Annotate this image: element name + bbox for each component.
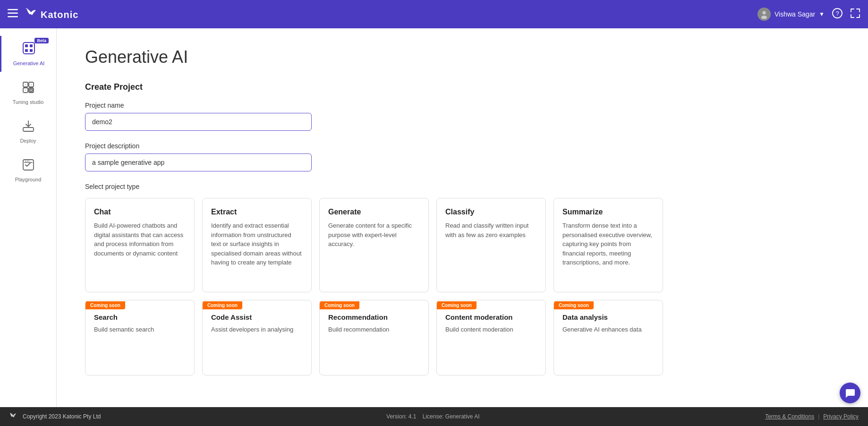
svg-rect-1 xyxy=(8,12,18,14)
svg-rect-12 xyxy=(25,49,28,52)
coming-soon-badge-data: Coming soon xyxy=(554,301,594,309)
help-icon[interactable]: ? xyxy=(832,8,842,21)
page-title: Generative AI xyxy=(85,47,840,67)
project-type-extract[interactable]: Extract Identify and extract essential i… xyxy=(202,198,312,292)
project-name-label: Project name xyxy=(85,102,840,109)
navbar-right: Vishwa Sagar ▼ ? xyxy=(757,8,860,21)
svg-rect-0 xyxy=(8,9,18,10)
svg-rect-2 xyxy=(8,16,18,17)
svg-rect-10 xyxy=(25,44,28,47)
card-chat-desc: Build AI-powered chatbots and digital as… xyxy=(94,221,186,258)
footer-copyright: Copyright 2023 Katonic Pty Ltd xyxy=(23,413,101,420)
footer-right: Terms & Conditions | Privacy Policy xyxy=(765,413,859,420)
playground-icon xyxy=(22,159,34,174)
tuning-studio-icon xyxy=(22,81,34,96)
project-type-classify[interactable]: Classify Read and classify written input… xyxy=(436,198,546,292)
sidebar-label-deploy: Deploy xyxy=(20,138,36,144)
navbar: Katonic Vishwa Sagar ▼ ? xyxy=(0,0,868,28)
card-search-title: Search xyxy=(94,313,186,321)
sidebar-item-generative-ai[interactable]: Beta Generative AI xyxy=(0,36,56,72)
card-code-assist-title: Code Assist xyxy=(211,313,303,321)
hamburger-icon[interactable] xyxy=(8,9,18,20)
privacy-policy-link[interactable]: Privacy Policy xyxy=(823,413,859,420)
card-data-analysis-title: Data analysis xyxy=(562,313,654,321)
project-type-recommendation[interactable]: Coming soon Recommendation Build recomme… xyxy=(319,300,429,375)
project-type-code-assist[interactable]: Coming soon Code Assist Assist developer… xyxy=(202,300,312,375)
project-type-search[interactable]: Coming soon Search Build semantic search xyxy=(85,300,195,375)
user-name: Vishwa Sagar xyxy=(774,10,815,18)
card-data-analysis-desc: Generative AI enhances data xyxy=(562,325,654,334)
create-project-title: Create Project xyxy=(85,82,840,92)
svg-point-23 xyxy=(28,161,29,162)
project-type-chat[interactable]: Chat Build AI-powered chatbots and digit… xyxy=(85,198,195,292)
sidebar-label-generative-ai: Generative AI xyxy=(13,60,45,66)
card-extract-desc: Identify and extract essential informati… xyxy=(211,221,303,267)
card-extract-title: Extract xyxy=(211,208,303,216)
sidebar-item-playground[interactable]: Playground xyxy=(0,153,56,188)
card-classify-desc: Read and classify written input with as … xyxy=(445,221,537,239)
footer-license: License: Generative AI xyxy=(423,413,480,420)
project-type-summarize[interactable]: Summarize Transform dense text into a pe… xyxy=(553,198,663,292)
logo-svg: Katonic xyxy=(26,6,87,23)
svg-rect-19 xyxy=(23,128,34,131)
svg-rect-9 xyxy=(23,43,34,54)
footer-separator: | xyxy=(818,413,819,420)
project-description-label: Project description xyxy=(85,142,840,150)
project-description-group: Project description xyxy=(85,142,840,171)
beta-badge: Beta xyxy=(34,38,49,43)
project-type-cards: Chat Build AI-powered chatbots and digit… xyxy=(85,198,840,292)
project-name-group: Project name xyxy=(85,102,840,131)
card-classify-title: Classify xyxy=(445,208,537,216)
fullscreen-icon[interactable] xyxy=(850,8,860,21)
card-chat-title: Chat xyxy=(94,208,186,216)
select-project-type-section: Select project type Chat Build AI-powere… xyxy=(85,183,840,375)
footer-center: Version: 4.1 License: Generative AI xyxy=(386,413,479,420)
project-type-generate[interactable]: Generate Generate content for a specific… xyxy=(319,198,429,292)
footer-version: Version: 4.1 xyxy=(386,413,416,420)
footer-logo-icon xyxy=(9,412,19,421)
card-summarize-desc: Transform dense text into a personalised… xyxy=(562,221,654,267)
svg-point-18 xyxy=(30,89,32,91)
select-type-label: Select project type xyxy=(85,183,840,190)
card-content-moderation-title: Content moderation xyxy=(445,313,537,321)
footer: Copyright 2023 Katonic Pty Ltd Version: … xyxy=(0,407,868,426)
sidebar-item-tuning-studio[interactable]: Tuning studio xyxy=(0,76,56,111)
logo: Katonic xyxy=(26,6,87,23)
coming-soon-cards: Coming soon Search Build semantic search… xyxy=(85,300,840,375)
svg-point-21 xyxy=(25,161,26,162)
terms-conditions-link[interactable]: Terms & Conditions xyxy=(765,413,814,420)
footer-left: Copyright 2023 Katonic Pty Ltd xyxy=(9,412,101,421)
svg-point-22 xyxy=(26,161,27,162)
svg-text:Katonic: Katonic xyxy=(41,9,78,20)
card-recommendation-desc: Build recommendation xyxy=(328,325,420,334)
card-generate-desc: Generate content for a specific purpose … xyxy=(328,221,420,249)
svg-rect-11 xyxy=(30,44,33,47)
card-content-moderation-desc: Build content moderation xyxy=(445,325,537,334)
main-layout: Beta Generative AI xyxy=(0,28,868,426)
project-name-input[interactable] xyxy=(85,113,312,131)
sidebar-item-deploy[interactable]: Deploy xyxy=(0,114,56,149)
user-menu-button[interactable]: Vishwa Sagar ▼ xyxy=(757,8,825,21)
card-code-assist-desc: Assist developers in analysing xyxy=(211,325,303,334)
svg-text:?: ? xyxy=(836,10,839,17)
svg-point-5 xyxy=(762,11,766,15)
sidebar-label-playground: Playground xyxy=(15,177,42,182)
project-description-input[interactable] xyxy=(85,153,312,171)
sidebar: Beta Generative AI xyxy=(0,28,57,426)
project-type-data-analysis[interactable]: Coming soon Data analysis Generative AI … xyxy=(553,300,663,375)
sidebar-label-tuning-studio: Tuning studio xyxy=(13,99,44,105)
card-search-desc: Build semantic search xyxy=(94,325,186,334)
coming-soon-badge-content: Coming soon xyxy=(437,301,477,309)
navbar-left: Katonic xyxy=(8,6,87,23)
card-recommendation-title: Recommendation xyxy=(328,313,420,321)
generative-ai-icon xyxy=(22,42,35,58)
main-content: Generative AI Create Project Project nam… xyxy=(57,28,868,426)
svg-rect-13 xyxy=(30,49,33,52)
coming-soon-badge-code: Coming soon xyxy=(203,301,242,309)
project-type-content-moderation[interactable]: Coming soon Content moderation Build con… xyxy=(436,300,546,375)
chat-fab-button[interactable] xyxy=(840,383,860,403)
coming-soon-badge-search: Coming soon xyxy=(85,301,125,309)
card-generate-title: Generate xyxy=(328,208,420,216)
chevron-down-icon: ▼ xyxy=(819,11,825,17)
card-summarize-title: Summarize xyxy=(562,208,654,216)
